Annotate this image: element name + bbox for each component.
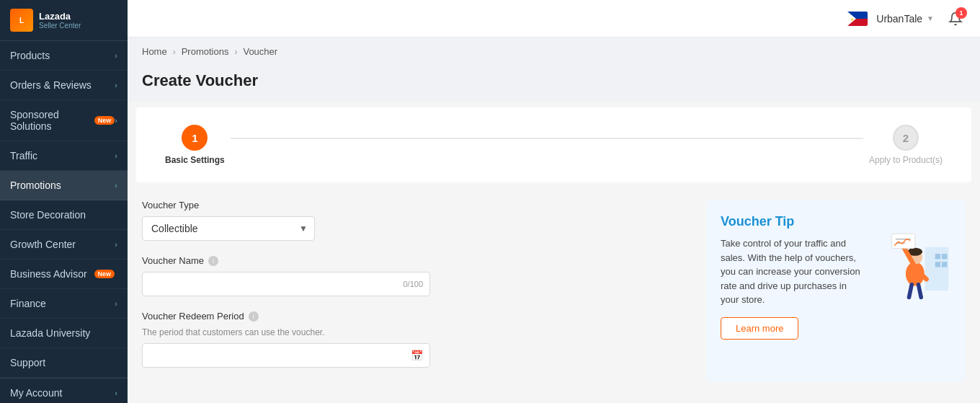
voucher-name-label: Voucher Name i xyxy=(142,255,692,266)
step-line xyxy=(231,138,863,139)
sidebar-item-label: Promotions xyxy=(10,180,61,191)
new-badge: New xyxy=(94,116,115,125)
sidebar-item-sponsored-solutions[interactable]: Sponsored Solutions New › xyxy=(0,100,128,141)
logo-brand: Lazada xyxy=(39,11,81,22)
sidebar-item-label: Orders & Reviews xyxy=(10,79,92,91)
voucher-name-input-wrapper: 0/100 xyxy=(142,272,430,296)
chevron-right-icon: › xyxy=(115,240,117,249)
svg-rect-9 xyxy=(891,234,915,248)
page-title: Create Voucher xyxy=(142,71,966,90)
voucher-name-section: Voucher Name i 0/100 xyxy=(142,255,692,296)
content-area: Home › Promotions › Voucher Create Vouch… xyxy=(128,37,980,403)
date-input[interactable] xyxy=(142,343,430,368)
svg-line-13 xyxy=(919,285,922,298)
redeem-period-hint: The period that customers can use the vo… xyxy=(142,327,692,337)
chevron-right-icon: › xyxy=(115,151,117,160)
sidebar-item-label: Products xyxy=(10,50,50,61)
step-2-label: Apply to Product(s) xyxy=(869,155,943,165)
voucher-type-section: Voucher Type Collectible Auto-apply ▼ xyxy=(142,200,692,241)
sidebar-item-orders-reviews[interactable]: Orders & Reviews › xyxy=(0,71,128,100)
date-input-wrapper: 📅 xyxy=(142,343,430,368)
sidebar-logo: L Lazada Seller Center xyxy=(0,0,128,41)
breadcrumb-sep-2: › xyxy=(234,47,237,57)
sidebar-item-promotions[interactable]: Promotions › xyxy=(0,171,128,200)
breadcrumb-voucher[interactable]: Voucher xyxy=(243,46,277,57)
sidebar-item-label: Growth Center xyxy=(10,239,76,250)
step-1-circle: 1 xyxy=(182,125,208,151)
sidebar-item-label: Support xyxy=(10,357,45,368)
main-content: ★ UrbanTale ▼ 1 Home › Promotions › Vouc… xyxy=(128,0,980,403)
header: ★ UrbanTale ▼ 1 xyxy=(128,0,980,37)
breadcrumb: Home › Promotions › Voucher xyxy=(128,37,980,66)
form-area: Voucher Type Collectible Auto-apply ▼ Vo… xyxy=(128,188,980,394)
svg-rect-2 xyxy=(942,254,947,259)
steps-bar: 1 Basic Settings 2 Apply to Product(s) xyxy=(136,107,971,182)
sidebar-item-label: Traffic xyxy=(10,150,37,161)
voucher-type-select[interactable]: Collectible Auto-apply xyxy=(142,216,315,241)
voucher-redeem-info-icon[interactable]: i xyxy=(249,311,259,322)
svg-rect-4 xyxy=(942,262,947,267)
voucher-name-input[interactable] xyxy=(142,272,430,296)
notification-badge: 1 xyxy=(956,7,967,19)
step-2: 2 Apply to Product(s) xyxy=(869,125,943,165)
notification-button[interactable]: 1 xyxy=(943,6,968,32)
sidebar-item-label: My Account xyxy=(10,387,62,399)
voucher-type-label: Voucher Type xyxy=(142,200,692,211)
voucher-name-info-icon[interactable]: i xyxy=(208,256,218,266)
sidebar-item-label: Finance xyxy=(10,298,46,309)
sidebar-item-products[interactable]: Products › xyxy=(0,41,128,71)
chevron-right-icon: › xyxy=(115,81,117,89)
svg-rect-1 xyxy=(935,254,940,259)
char-count: 0/100 xyxy=(403,280,423,288)
voucher-redeem-period-label: Voucher Redeem Period i xyxy=(142,311,692,322)
sidebar-item-label: Business Advisor xyxy=(10,268,87,280)
sidebar-item-label: Lazada University xyxy=(10,327,90,339)
form-left: Voucher Type Collectible Auto-apply ▼ Vo… xyxy=(142,200,692,382)
account-selector[interactable]: UrbanTale ▼ xyxy=(876,13,934,25)
breadcrumb-promotions[interactable]: Promotions xyxy=(182,46,229,57)
step-2-circle: 2 xyxy=(893,125,919,151)
chevron-right-icon: › xyxy=(115,51,117,60)
tip-text: Take control of your traffic and sales. … xyxy=(721,236,865,307)
chevron-right-icon: › xyxy=(115,299,117,308)
sidebar-item-business-advisor[interactable]: Business Advisor New xyxy=(0,260,128,289)
step-1-label: Basic Settings xyxy=(165,155,225,165)
page-title-bar: Create Voucher xyxy=(128,66,980,102)
sidebar-item-lazada-university[interactable]: Lazada University xyxy=(0,319,128,348)
sidebar-item-support[interactable]: Support xyxy=(0,348,128,378)
new-badge: New xyxy=(94,270,115,278)
voucher-type-select-wrapper: Collectible Auto-apply ▼ xyxy=(142,216,315,241)
sidebar-item-finance[interactable]: Finance › xyxy=(0,289,128,319)
sidebar-item-my-account[interactable]: My Account › xyxy=(0,378,128,403)
flag-philippines: ★ xyxy=(847,12,868,26)
sidebar-item-label: Store Decoration xyxy=(10,209,86,221)
chevron-right-icon: › xyxy=(115,389,117,397)
chevron-right-icon: › xyxy=(115,116,117,125)
svg-rect-0 xyxy=(925,247,949,291)
sidebar-item-label: Sponsored Solutions xyxy=(10,109,87,132)
flag-star: ★ xyxy=(850,16,854,21)
account-name: UrbanTale xyxy=(876,13,922,25)
sidebar: L Lazada Seller Center Products › Orders… xyxy=(0,0,128,403)
sidebar-item-traffic[interactable]: Traffic › xyxy=(0,141,128,171)
tip-card: Voucher Tip Take control of your traffic… xyxy=(706,200,966,382)
logo-sub: Seller Center xyxy=(39,22,81,30)
sidebar-item-left: Business Advisor New xyxy=(10,268,115,280)
chevron-right-icon: › xyxy=(115,181,117,190)
breadcrumb-home[interactable]: Home xyxy=(142,46,167,57)
svg-rect-3 xyxy=(935,262,940,267)
svg-line-12 xyxy=(909,285,912,298)
sidebar-item-growth-center[interactable]: Growth Center › xyxy=(0,230,128,260)
sidebar-item-store-decoration[interactable]: Store Decoration xyxy=(0,200,128,230)
breadcrumb-sep-1: › xyxy=(173,47,176,57)
sidebar-item-left: Sponsored Solutions New xyxy=(10,109,115,132)
learn-more-button[interactable]: Learn more xyxy=(721,317,798,340)
step-1: 1 Basic Settings xyxy=(165,125,225,165)
logo-icon: L xyxy=(10,9,33,32)
voucher-redeem-period-section: Voucher Redeem Period i The period that … xyxy=(142,311,692,368)
chevron-down-icon: ▼ xyxy=(927,14,934,22)
tip-illustration xyxy=(877,207,960,301)
